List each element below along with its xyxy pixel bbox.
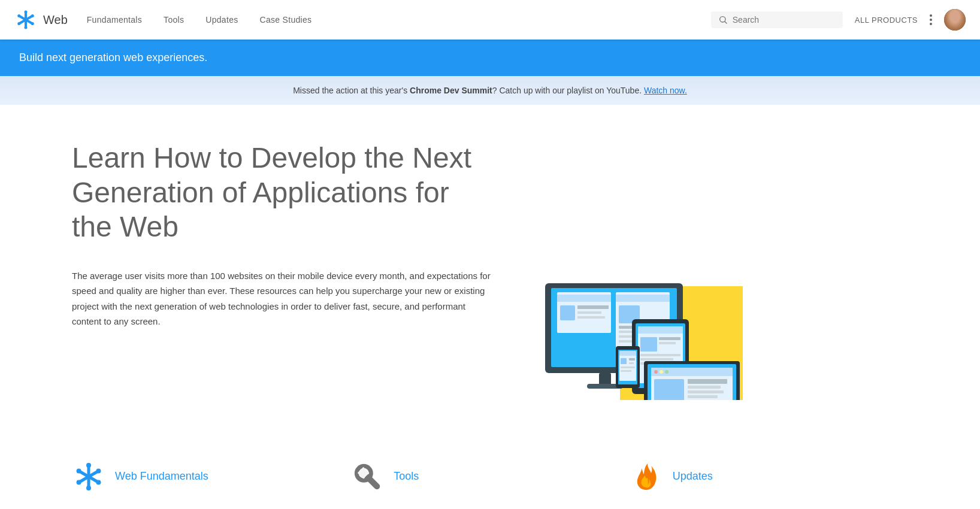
svg-point-69 bbox=[96, 468, 101, 473]
card-updates-label: Updates bbox=[673, 470, 713, 483]
svg-point-65 bbox=[86, 463, 91, 468]
svg-rect-43 bbox=[619, 351, 636, 356]
svg-rect-52 bbox=[651, 368, 733, 376]
card-updates[interactable]: Updates bbox=[630, 448, 908, 505]
search-box[interactable] bbox=[711, 11, 843, 28]
svg-point-8 bbox=[31, 14, 34, 17]
content-row: The average user visits more than 100 we… bbox=[72, 268, 908, 400]
card-tools-label: Tools bbox=[394, 470, 419, 483]
web-fundamentals-icon bbox=[72, 460, 105, 493]
svg-rect-59 bbox=[688, 390, 724, 393]
announcement-text: Missed the action at this year's Chrome … bbox=[293, 86, 687, 95]
svg-rect-47 bbox=[621, 366, 635, 368]
svg-rect-22 bbox=[616, 295, 670, 302]
hero-banner: Build next generation web experiences. bbox=[0, 40, 980, 76]
svg-point-53 bbox=[654, 370, 658, 374]
logo-icon bbox=[14, 8, 37, 31]
svg-rect-57 bbox=[688, 379, 727, 384]
svg-point-70 bbox=[77, 480, 81, 484]
all-products-label[interactable]: ALL PRODUCTS bbox=[855, 16, 918, 25]
svg-point-66 bbox=[86, 486, 91, 490]
logo-text: Web bbox=[43, 13, 68, 27]
main-heading: Learn How to Develop the Next Generation… bbox=[72, 141, 491, 244]
search-input[interactable] bbox=[733, 15, 836, 25]
svg-rect-44 bbox=[621, 358, 627, 364]
announcement-bar: Missed the action at this year's Chrome … bbox=[0, 76, 980, 105]
nav-links: Fundamentals Tools Updates Case Studies bbox=[87, 15, 711, 25]
devices-svg bbox=[527, 268, 743, 400]
svg-rect-35 bbox=[659, 337, 680, 340]
avatar[interactable] bbox=[944, 9, 966, 31]
card-web-fundamentals[interactable]: Web Fundamentals bbox=[72, 448, 350, 505]
svg-rect-48 bbox=[621, 370, 631, 372]
svg-point-5 bbox=[25, 26, 28, 29]
search-icon bbox=[718, 15, 728, 25]
watch-now-link[interactable]: Watch now. bbox=[644, 86, 687, 95]
bottom-cards: Web Fundamentals Tools Updates bbox=[0, 424, 980, 505]
device-illustration bbox=[527, 268, 743, 400]
announcement-highlight: Chrome Dev Summit bbox=[410, 86, 492, 95]
svg-line-11 bbox=[725, 22, 727, 23]
svg-rect-58 bbox=[688, 386, 721, 389]
svg-rect-16 bbox=[557, 295, 611, 302]
nav-link-updates[interactable]: Updates bbox=[205, 15, 238, 25]
svg-rect-56 bbox=[654, 379, 684, 400]
announcement-prefix: Missed the action at this year's bbox=[293, 86, 410, 95]
card-web-fundamentals-label: Web Fundamentals bbox=[115, 470, 208, 483]
nav-link-fundamentals[interactable]: Fundamentals bbox=[87, 15, 142, 25]
svg-rect-46 bbox=[629, 362, 634, 364]
more-options-icon[interactable] bbox=[927, 12, 934, 28]
svg-point-6 bbox=[17, 14, 20, 17]
nav-right: ALL PRODUCTS bbox=[855, 9, 966, 31]
svg-rect-38 bbox=[640, 358, 673, 360]
card-tools[interactable]: Tools bbox=[350, 448, 629, 505]
svg-point-9 bbox=[17, 22, 20, 25]
main-content: Learn How to Develop the Next Generation… bbox=[0, 105, 980, 424]
svg-rect-36 bbox=[659, 342, 676, 344]
nav-link-tools[interactable]: Tools bbox=[164, 15, 184, 25]
announcement-suffix: ? Catch up with our playlist on YouTube. bbox=[492, 86, 644, 95]
updates-icon bbox=[630, 460, 663, 493]
svg-point-55 bbox=[665, 370, 669, 374]
tools-icon bbox=[350, 460, 384, 493]
nav-link-case-studies[interactable]: Case Studies bbox=[260, 15, 312, 25]
svg-point-67 bbox=[77, 468, 81, 473]
svg-rect-18 bbox=[577, 305, 609, 309]
svg-rect-19 bbox=[577, 311, 601, 314]
svg-rect-45 bbox=[629, 358, 635, 360]
svg-rect-28 bbox=[599, 373, 611, 385]
svg-rect-33 bbox=[638, 326, 683, 334]
svg-rect-60 bbox=[688, 395, 718, 398]
svg-point-54 bbox=[660, 370, 663, 374]
logo-link[interactable]: Web bbox=[14, 8, 68, 31]
svg-point-7 bbox=[31, 22, 34, 25]
svg-rect-37 bbox=[640, 354, 680, 356]
svg-point-68 bbox=[96, 480, 101, 484]
svg-rect-17 bbox=[560, 305, 575, 320]
svg-rect-34 bbox=[640, 337, 657, 352]
navigation: Web Fundamentals Tools Updates Case Stud… bbox=[0, 0, 980, 40]
svg-point-4 bbox=[25, 11, 28, 14]
main-body-text: The average user visits more than 100 we… bbox=[72, 268, 491, 329]
svg-rect-20 bbox=[577, 316, 605, 319]
hero-banner-text: Build next generation web experiences. bbox=[19, 51, 207, 63]
